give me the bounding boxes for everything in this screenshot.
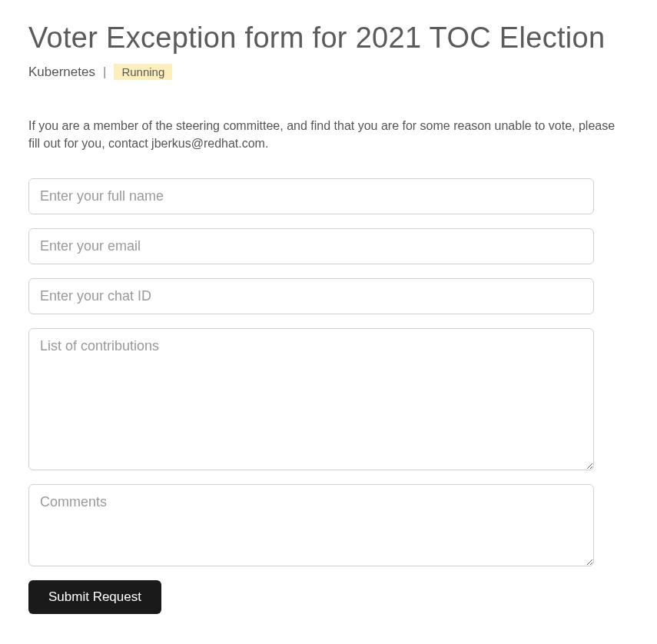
submit-button[interactable]: Submit Request (28, 580, 161, 614)
status-badge: Running (114, 64, 172, 80)
fullname-input[interactable] (28, 178, 594, 214)
email-input[interactable] (28, 228, 594, 264)
chatid-input[interactable] (28, 278, 594, 314)
contributions-textarea[interactable] (28, 328, 594, 470)
page-title: Voter Exception form for 2021 TOC Electi… (28, 22, 629, 55)
comments-textarea[interactable] (28, 484, 594, 566)
project-name: Kubernetes (28, 65, 95, 80)
exception-form: Submit Request (28, 178, 629, 614)
meta-separator: | (103, 65, 106, 80)
form-description: If you are a member of the steering comm… (28, 117, 629, 152)
meta-row: Kubernetes | Running (28, 64, 629, 80)
